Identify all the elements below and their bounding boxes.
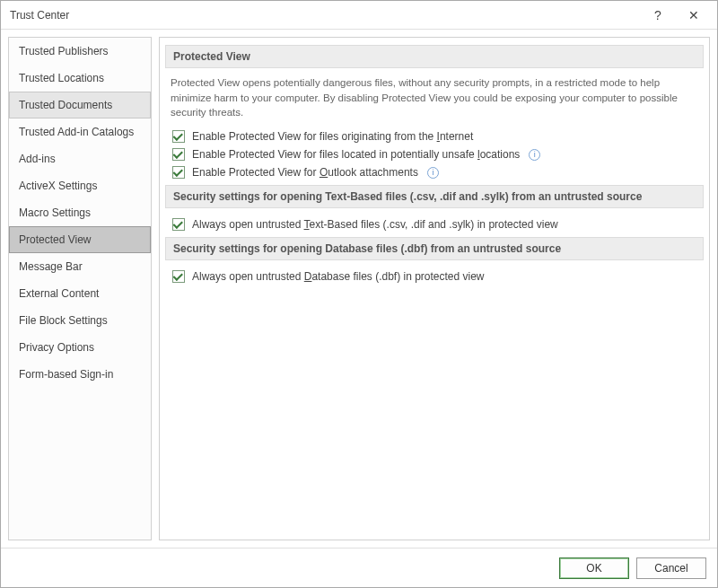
checkbox-outlook[interactable] bbox=[172, 166, 185, 179]
close-button[interactable]: ✕ bbox=[676, 3, 712, 28]
sidebar-item-privacy-options[interactable]: Privacy Options bbox=[9, 334, 151, 361]
section-header-protected-view: Protected View bbox=[165, 45, 704, 68]
sidebar-item-file-block-settings[interactable]: File Block Settings bbox=[9, 307, 151, 334]
cancel-button[interactable]: Cancel bbox=[636, 557, 706, 579]
checkbox-text-based[interactable] bbox=[172, 218, 185, 231]
sidebar-item-label: Trusted Documents bbox=[19, 99, 112, 111]
option-database-row: Always open untrusted Database files (.d… bbox=[165, 268, 704, 285]
sidebar-item-label: ActiveX Settings bbox=[19, 180, 97, 192]
checkbox-database[interactable] bbox=[172, 270, 185, 283]
sidebar-item-addins[interactable]: Add-ins bbox=[9, 145, 151, 172]
dialog-body: Trusted Publishers Trusted Locations Tru… bbox=[1, 30, 717, 548]
sidebar-item-label: Macro Settings bbox=[19, 206, 91, 219]
option-unsafe-locations-row: Enable Protected View for files located … bbox=[165, 145, 704, 163]
sidebar: Trusted Publishers Trusted Locations Tru… bbox=[8, 37, 152, 540]
sidebar-item-label: Privacy Options bbox=[19, 341, 94, 354]
protected-view-description: Protected View opens potentially dangero… bbox=[165, 75, 704, 127]
option-internet-row: Enable Protected View for files originat… bbox=[165, 127, 704, 145]
option-outlook-label: Enable Protected View for Outlook attach… bbox=[192, 166, 418, 179]
sidebar-item-label: Protected View bbox=[19, 233, 92, 246]
option-unsafe-locations-label: Enable Protected View for files located … bbox=[192, 148, 520, 161]
content-panel: Protected View Protected View opens pote… bbox=[159, 37, 710, 540]
sidebar-item-form-based-signin[interactable]: Form-based Sign-in bbox=[9, 361, 151, 388]
sidebar-item-label: External Content bbox=[19, 287, 99, 300]
option-internet-label: Enable Protected View for files originat… bbox=[192, 130, 473, 143]
sidebar-item-trusted-locations[interactable]: Trusted Locations bbox=[9, 65, 151, 92]
checkbox-internet[interactable] bbox=[172, 130, 185, 143]
info-icon[interactable]: i bbox=[529, 149, 540, 161]
sidebar-item-activex-settings[interactable]: ActiveX Settings bbox=[9, 172, 151, 199]
option-text-based-label: Always open untrusted Text-Based files (… bbox=[192, 218, 558, 231]
titlebar: Trust Center ? ✕ bbox=[1, 1, 717, 30]
window-title: Trust Center bbox=[10, 9, 640, 22]
option-database-label: Always open untrusted Database files (.d… bbox=[192, 270, 485, 283]
sidebar-item-trusted-documents[interactable]: Trusted Documents bbox=[9, 92, 151, 118]
sidebar-item-label: Trusted Add-in Catalogs bbox=[19, 126, 134, 138]
sidebar-item-label: Trusted Publishers bbox=[19, 45, 109, 57]
sidebar-item-message-bar[interactable]: Message Bar bbox=[9, 253, 151, 280]
sidebar-item-label: File Block Settings bbox=[19, 314, 108, 327]
checkbox-unsafe-locations[interactable] bbox=[172, 148, 185, 161]
sidebar-item-label: Form-based Sign-in bbox=[19, 368, 113, 381]
ok-button[interactable]: OK bbox=[559, 557, 629, 579]
section-header-text-based: Security settings for opening Text-Based… bbox=[165, 185, 704, 208]
sidebar-item-macro-settings[interactable]: Macro Settings bbox=[9, 199, 151, 226]
trust-center-dialog: Trust Center ? ✕ Trusted Publishers Trus… bbox=[0, 0, 718, 588]
sidebar-item-label: Add-ins bbox=[19, 153, 56, 165]
help-button[interactable]: ? bbox=[640, 3, 676, 28]
sidebar-item-external-content[interactable]: External Content bbox=[9, 280, 151, 307]
option-outlook-row: Enable Protected View for Outlook attach… bbox=[165, 163, 704, 181]
sidebar-item-trusted-publishers[interactable]: Trusted Publishers bbox=[9, 38, 151, 65]
info-icon[interactable]: i bbox=[427, 167, 439, 179]
sidebar-item-label: Message Bar bbox=[19, 260, 83, 273]
sidebar-item-label: Trusted Locations bbox=[19, 72, 104, 84]
dialog-footer: OK Cancel bbox=[1, 548, 717, 587]
section-header-database: Security settings for opening Database f… bbox=[165, 237, 704, 260]
sidebar-item-trusted-addin-catalogs[interactable]: Trusted Add-in Catalogs bbox=[9, 118, 151, 145]
option-text-based-row: Always open untrusted Text-Based files (… bbox=[165, 215, 704, 233]
sidebar-item-protected-view[interactable]: Protected View bbox=[9, 226, 151, 253]
